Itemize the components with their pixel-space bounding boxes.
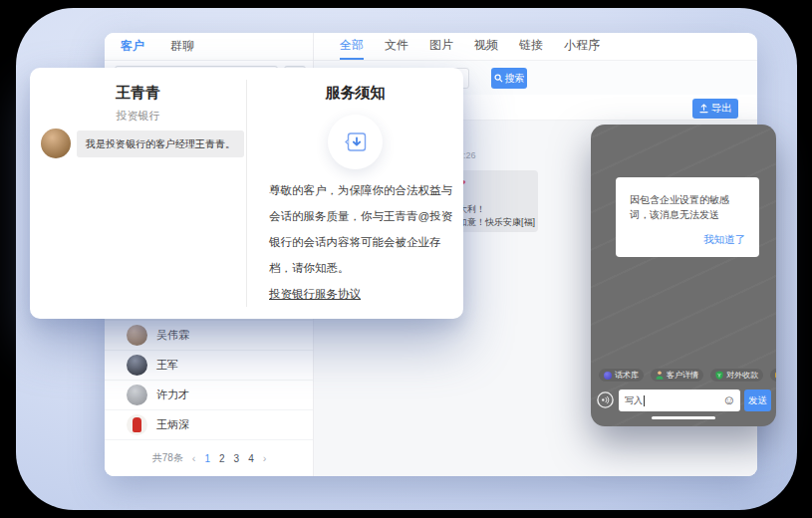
tab-files[interactable]: 文件 xyxy=(385,33,408,60)
stage: 客户 群聊 吴伟霖 王军 xyxy=(0,0,812,518)
tab-all[interactable]: 全部 xyxy=(340,33,364,60)
contact-row[interactable]: 王炳深 xyxy=(105,410,313,440)
chat-toolbar: 话术库 客户详情 对外收款 快捷回复 xyxy=(598,368,769,383)
quick-reply-button[interactable]: 快捷回复 xyxy=(769,368,776,383)
service-notice-card: 王青青 投资银行 我是投资银行的客户经理王青青。 服务须知 尊敬的客户，为保障你… xyxy=(30,68,463,319)
tab-videos[interactable]: 视频 xyxy=(474,33,498,60)
page-number[interactable]: 3 xyxy=(234,453,240,464)
customer-details-button[interactable]: 客户详情 xyxy=(650,368,704,383)
tab-group-chats[interactable]: 群聊 xyxy=(170,38,194,55)
hero-background: 客户 群聊 吴伟霖 王军 xyxy=(16,8,797,510)
pagination-total: 共78条 xyxy=(152,451,183,465)
home-indicator xyxy=(652,416,715,420)
profile-org: 投资银行 xyxy=(30,109,246,124)
pill-label: 客户详情 xyxy=(667,370,698,381)
notice-section: 服务须知 尊敬的客户，为保障你的合法权益与会话的服务质量，你与王青青@投资银行的… xyxy=(247,68,463,319)
collect-payment-button[interactable]: 对外收款 xyxy=(709,368,764,383)
script-library-icon xyxy=(604,372,612,380)
profile-name: 王青青 xyxy=(30,84,246,103)
contact-row[interactable]: 王军 xyxy=(105,351,313,381)
script-library-button[interactable]: 话术库 xyxy=(598,368,645,383)
avatar xyxy=(127,325,147,346)
archive-bubble-icon xyxy=(328,115,383,169)
search-button[interactable]: 搜索 xyxy=(491,68,527,89)
tab-customers[interactable]: 客户 xyxy=(121,38,144,55)
avatar xyxy=(127,414,147,435)
contact-name: 王炳深 xyxy=(156,417,189,432)
tab-links[interactable]: 链接 xyxy=(519,33,543,60)
notice-body: 尊敬的客户，为保障你的合法权益与会话的服务质量，你与王青青@投资银行的会话内容将… xyxy=(269,177,454,281)
draft-text: 写入 xyxy=(625,394,643,407)
contact-name: 吴伟霖 xyxy=(156,328,189,343)
text-caret xyxy=(644,395,645,406)
notice-title: 服务须知 xyxy=(247,84,463,103)
pill-label: 话术库 xyxy=(615,370,639,381)
tab-miniprograms[interactable]: 小程序 xyxy=(564,33,600,60)
page-number[interactable]: 2 xyxy=(219,453,225,464)
sidebar-tabs: 客户 群聊 xyxy=(105,33,313,61)
service-agreement-link[interactable]: 投资银行服务协议 xyxy=(269,287,361,302)
sensitive-word-modal: 因包含企业设置的敏感词，该消息无法发送 我知道了 xyxy=(616,177,759,257)
mobile-chat-panel: 因包含企业设置的敏感词，该消息无法发送 我知道了 话术库 客户详情 对外收款 xyxy=(591,125,776,426)
intro-message-bubble: 我是投资银行的客户经理王青青。 xyxy=(77,130,244,157)
profile-section: 王青青 投资银行 我是投资银行的客户经理王青青。 xyxy=(30,68,246,319)
page-number[interactable]: 4 xyxy=(248,453,254,464)
avatar xyxy=(127,355,147,376)
export-button[interactable]: 导出 xyxy=(692,99,738,119)
contact-row[interactable]: 吴伟霖 xyxy=(105,321,313,351)
contact-list: 吴伟霖 王军 许力才 王炳深 xyxy=(105,320,313,440)
pagination: 共78条 ‹ 1 2 3 4 › xyxy=(105,451,314,465)
contact-name: 许力才 xyxy=(156,388,189,402)
tab-images[interactable]: 图片 xyxy=(429,33,453,60)
export-icon xyxy=(699,104,708,114)
shield-icon xyxy=(715,371,723,380)
message-composer: 写入 ☺ 发送 xyxy=(596,389,771,411)
quick-reply-icon xyxy=(775,372,776,380)
search-button-label: 搜索 xyxy=(505,72,525,86)
content-tabs: 全部 文件 图片 视频 链接 小程序 xyxy=(314,33,757,61)
person-icon xyxy=(656,371,664,380)
modal-confirm-button[interactable]: 我知道了 xyxy=(703,233,745,247)
send-button[interactable]: 发送 xyxy=(744,389,771,411)
contact-row[interactable]: 许力才 xyxy=(105,381,313,410)
voice-input-icon[interactable] xyxy=(597,391,614,408)
search-icon xyxy=(494,74,503,83)
profile-avatar xyxy=(41,129,71,158)
avatar xyxy=(127,385,147,405)
prev-page-button[interactable]: ‹ xyxy=(192,452,196,464)
next-page-button[interactable]: › xyxy=(263,452,267,464)
emoji-icon[interactable]: ☺ xyxy=(722,392,735,407)
modal-message: 因包含企业设置的敏感词，该消息无法发送 xyxy=(616,177,759,222)
page-number[interactable]: 1 xyxy=(204,453,210,464)
contact-name: 王军 xyxy=(156,358,178,373)
export-button-label: 导出 xyxy=(711,102,732,116)
pill-label: 对外收款 xyxy=(726,370,758,381)
